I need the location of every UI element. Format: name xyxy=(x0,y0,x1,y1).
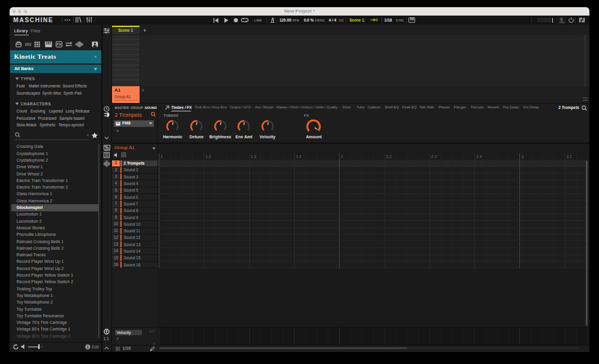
svg-text:FX: FX xyxy=(56,43,61,46)
